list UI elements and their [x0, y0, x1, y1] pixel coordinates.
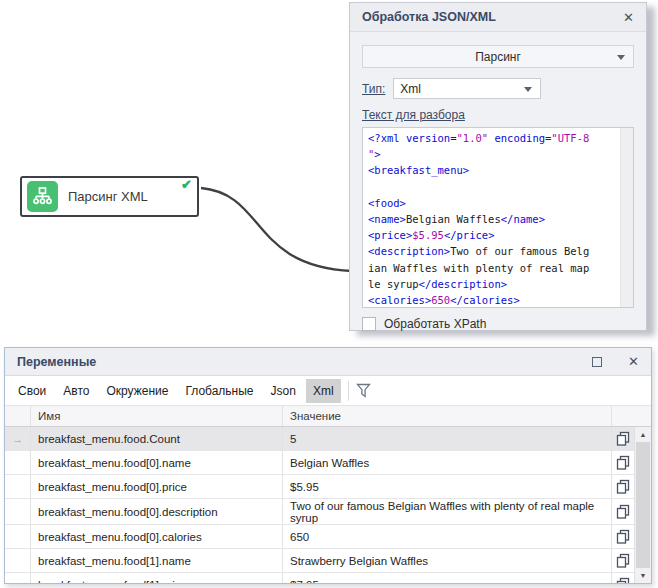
xml-code-line: le syrup</description> [368, 276, 628, 292]
table-row[interactable]: →breakfast_menu.food.Count5 [5, 427, 634, 451]
tabs-separator [348, 381, 349, 401]
chevron-down-icon [617, 55, 625, 60]
close-icon[interactable]: ✕ [628, 355, 639, 368]
row-indicator [5, 499, 31, 524]
table-header: Имя Значение [5, 405, 651, 427]
xml-code-line: <calories>650</calories> [368, 292, 628, 308]
sitemap-icon [27, 181, 58, 212]
type-select-value: Xml [400, 82, 421, 96]
scroll-up-icon[interactable]: ▲ [635, 427, 651, 442]
action-select[interactable]: Парсинг [362, 45, 634, 68]
table-row[interactable]: breakfast_menu.food[0].nameBelgian Waffl… [5, 451, 634, 475]
header-indicator-cell [5, 406, 31, 426]
current-row-arrow-icon: → [12, 433, 23, 445]
tab-свои[interactable]: Свои [11, 379, 53, 403]
xml-code: <?xml version="1.0" encoding="UTF-8"><br… [363, 128, 633, 308]
copy-icon[interactable] [612, 549, 634, 572]
xml-code-line: "> [368, 146, 628, 162]
processing-panel-header: Обработка JSON/XML ✕ [350, 3, 646, 32]
table-row[interactable]: breakfast_menu.food[1].price$7.95 [5, 573, 634, 583]
table-scrollbar[interactable]: ▲ ▼ [634, 427, 651, 583]
row-indicator: → [5, 427, 31, 450]
action-select-value: Парсинг [475, 50, 521, 64]
copy-icon[interactable] [612, 573, 634, 583]
node-label: Парсинг XML [68, 189, 148, 204]
xml-text-area[interactable]: <?xml version="1.0" encoding="UTF-8"><br… [362, 127, 634, 308]
check-icon: ✔ [181, 177, 192, 193]
variable-name: breakfast_menu.food.Count [31, 427, 283, 450]
variables-table: Имя Значение →breakfast_menu.food.Count5… [5, 405, 651, 583]
variable-value: Two of our famous Belgian Waffles with p… [283, 499, 612, 524]
xml-code-line: <name>Belgian Waffles</name> [368, 211, 628, 227]
xpath-checkbox[interactable] [362, 317, 376, 331]
variable-name: breakfast_menu.food[1].price [31, 573, 283, 583]
copy-icon[interactable] [612, 499, 634, 524]
xml-code-line: <breakfast_menu> [368, 162, 628, 178]
tab-xml[interactable]: Xml [306, 379, 341, 403]
variable-name: breakfast_menu.food[0].description [31, 499, 283, 524]
xml-code-line: ian Waffles with plenty of real map [368, 260, 628, 276]
tab-глобальные[interactable]: Глобальные [178, 379, 260, 403]
tab-окружение[interactable]: Окружение [99, 379, 175, 403]
type-select[interactable]: Xml [393, 78, 541, 99]
parse-text-label[interactable]: Текст для разбора [362, 108, 465, 122]
row-indicator [5, 573, 31, 583]
column-header-value[interactable]: Значение [283, 406, 612, 426]
workflow-node-parsing-xml[interactable]: Парсинг XML ✔ [20, 176, 199, 217]
copy-icon[interactable] [612, 451, 634, 474]
variable-value: 5 [283, 427, 612, 450]
variable-name: breakfast_menu.food[0].calories [31, 525, 283, 548]
scrollbar-thumb[interactable] [636, 442, 650, 568]
scroll-down-icon[interactable]: ▼ [635, 568, 651, 583]
variables-panel: Переменные ✕ СвоиАвтоОкружениеГлобальные… [4, 347, 652, 584]
row-indicator [5, 525, 31, 548]
xml-code-line: <food> [368, 195, 628, 211]
row-indicator [5, 451, 31, 474]
xml-code-line: <?xml version="1.0" encoding="UTF-8 [368, 130, 628, 146]
copy-icon[interactable] [612, 475, 634, 498]
variable-value: $5.95 [283, 475, 612, 498]
variable-name: breakfast_menu.food[0].price [31, 475, 283, 498]
copy-icon[interactable] [612, 525, 634, 548]
maximize-icon[interactable] [592, 357, 602, 367]
processing-panel-title: Обработка JSON/XML [362, 10, 623, 24]
funnel-icon[interactable] [356, 383, 371, 399]
tab-json[interactable]: Json [264, 379, 303, 403]
variable-value: 650 [283, 525, 612, 548]
row-indicator [5, 475, 31, 498]
table-row[interactable]: breakfast_menu.food[1].nameStrawberry Be… [5, 549, 634, 573]
close-icon[interactable]: ✕ [623, 11, 634, 24]
xml-code-line [368, 179, 628, 195]
column-header-name[interactable]: Имя [31, 406, 283, 426]
xpath-row: Обработать XPath [362, 317, 634, 331]
xml-code-line: <price>$5.95</price> [368, 227, 628, 243]
variable-name: breakfast_menu.food[0].name [31, 451, 283, 474]
variable-value: Belgian Waffles [283, 451, 612, 474]
textarea-scrollbar[interactable] [620, 128, 633, 307]
header-copy-cell [612, 406, 634, 426]
xpath-checkbox-label: Обработать XPath [384, 317, 486, 331]
chevron-down-icon [524, 87, 532, 92]
row-indicator [5, 549, 31, 572]
table-row[interactable]: breakfast_menu.food[0].calories650 [5, 525, 634, 549]
table-row[interactable]: breakfast_menu.food[0].descriptionTwo of… [5, 499, 634, 525]
copy-icon[interactable] [612, 427, 634, 450]
table-row[interactable]: breakfast_menu.food[0].price$5.95 [5, 475, 634, 499]
processing-panel: Обработка JSON/XML ✕ Парсинг Тип: Xml Те… [349, 2, 647, 331]
header-scroll-pad [634, 406, 651, 426]
xml-code-line: <description>Two of our famous Belg [368, 243, 628, 259]
tab-авто[interactable]: Авто [56, 379, 96, 403]
variables-tabs: СвоиАвтоОкружениеГлобальныеJsonXml [5, 376, 651, 405]
variable-value: $7.95 [283, 573, 612, 583]
variables-table-body: →breakfast_menu.food.Count5breakfast_men… [5, 427, 634, 583]
variable-value: Strawberry Belgian Waffles [283, 549, 612, 572]
type-row: Тип: Xml [362, 78, 634, 99]
variable-name: breakfast_menu.food[1].name [31, 549, 283, 572]
type-label[interactable]: Тип: [362, 82, 385, 96]
variables-panel-titlebar: Переменные ✕ [5, 348, 651, 376]
variables-panel-title: Переменные [17, 355, 592, 369]
